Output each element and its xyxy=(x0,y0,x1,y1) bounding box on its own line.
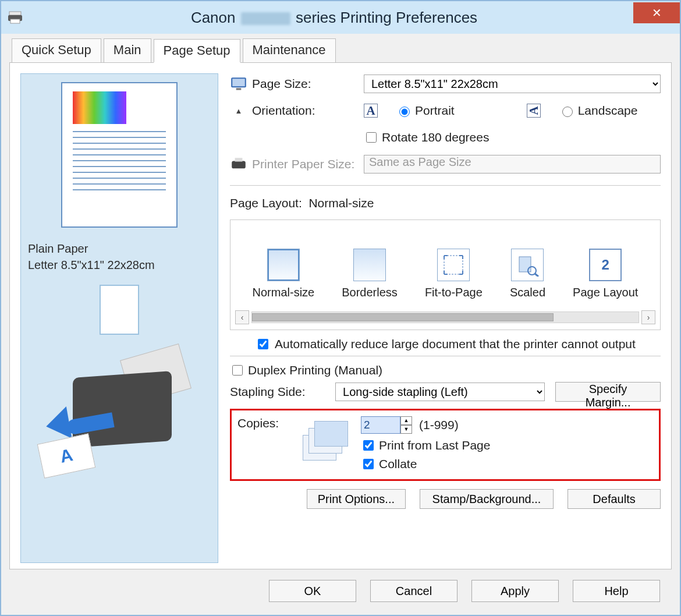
scroll-left-button[interactable]: ‹ xyxy=(235,310,249,324)
preview-label: Plain Paper Letter 8.5"x11" 22x28cm xyxy=(28,240,155,273)
orientation-icon: ▲ xyxy=(230,103,247,118)
preview-media: Plain Paper xyxy=(28,240,155,257)
printer-small-icon xyxy=(230,157,247,172)
page-size-label: Page Size: xyxy=(252,77,311,91)
window-title: Canon series Printing Preferences xyxy=(35,9,633,27)
copies-stack-icon xyxy=(296,417,349,471)
copies-down-button[interactable]: ▼ xyxy=(400,425,412,434)
copies-range: (1-999) xyxy=(419,418,459,432)
tab-maintenance[interactable]: Maintenance xyxy=(243,38,336,62)
portrait-radio-input[interactable] xyxy=(399,107,410,117)
row-printer-paper: Printer Paper Size: Same as Page Size xyxy=(230,154,661,175)
printer-paper-select: Same as Page Size xyxy=(364,155,661,174)
svg-rect-9 xyxy=(519,257,531,272)
layout-fit-to-page[interactable]: Fit-to-Page xyxy=(425,249,483,299)
layout-scrollbar[interactable]: ‹ › xyxy=(235,310,655,325)
layout-strip: Normal-size Borderless Fit-to-Page Scale… xyxy=(230,220,661,330)
preview-size: Letter 8.5"x11" 22x28cm xyxy=(28,257,155,273)
auto-reduce-input[interactable] xyxy=(258,339,268,349)
printer-icon xyxy=(7,10,23,24)
landscape-radio[interactable]: Landscape xyxy=(559,104,638,118)
layout-borderless[interactable]: Borderless xyxy=(342,249,398,299)
portrait-a-icon: A xyxy=(364,104,378,118)
svg-rect-6 xyxy=(232,161,246,169)
scroll-right-button[interactable]: › xyxy=(641,310,655,324)
collate-checkbox[interactable]: Collate xyxy=(361,457,490,471)
defaults-button[interactable]: Defaults xyxy=(568,489,661,509)
svg-rect-7 xyxy=(235,158,243,161)
stapling-label: Stapling Side: xyxy=(230,385,325,399)
rotate-checkbox-input[interactable] xyxy=(366,132,377,143)
settings-pane: Page Size: Letter 8.5"x11" 22x28cm ▲ Ori… xyxy=(230,73,661,563)
copies-input[interactable] xyxy=(361,416,400,434)
svg-rect-2 xyxy=(10,19,20,23)
row-page-layout-label: Page Layout: Normal-size xyxy=(230,193,661,214)
print-from-last-checkbox[interactable]: Print from Last Page xyxy=(361,438,490,452)
page-size-select[interactable]: Letter 8.5"x11" 22x28cm xyxy=(364,75,661,93)
row-stapling: Stapling Side: Long-side stapling (Left)… xyxy=(230,382,661,402)
layout-normal-size[interactable]: Normal-size xyxy=(253,249,315,299)
svg-line-11 xyxy=(535,274,538,277)
collate-input[interactable] xyxy=(363,459,374,469)
tab-page-setup[interactable]: Page Setup xyxy=(154,39,240,63)
tab-main[interactable]: Main xyxy=(104,38,151,62)
apply-button[interactable]: Apply xyxy=(471,580,559,602)
copies-spinner[interactable]: ▲ ▼ xyxy=(361,416,412,434)
printer-illustration: A xyxy=(38,351,201,473)
tab-body: Plain Paper Letter 8.5"x11" 22x28cm A Pa… xyxy=(9,62,672,569)
titlebar: Canon series Printing Preferences ✕ xyxy=(1,1,680,34)
layout-page-layout[interactable]: 2 Page Layout xyxy=(573,249,638,299)
title-prefix: Canon xyxy=(191,9,236,26)
row-orientation: ▲ Orientation: A Portrait A Landscape xyxy=(230,100,661,121)
specify-margin-button[interactable]: Specify Margin... xyxy=(555,382,661,402)
duplex-checkbox[interactable]: Duplex Printing (Manual) xyxy=(230,363,661,377)
dialog-buttons: OK Cancel Apply Help xyxy=(1,569,680,615)
cancel-button[interactable]: Cancel xyxy=(370,580,457,602)
landscape-radio-input[interactable] xyxy=(562,107,573,117)
stapling-select[interactable]: Long-side stapling (Left) xyxy=(335,383,545,401)
landscape-a-icon: A xyxy=(527,104,541,118)
layout-scaled[interactable]: Scaled xyxy=(510,249,545,299)
tab-quick-setup[interactable]: Quick Setup xyxy=(12,38,101,62)
scroll-track[interactable] xyxy=(251,311,639,323)
copies-section: Copies: ▲ ▼ xyxy=(230,409,661,481)
svg-rect-5 xyxy=(236,88,242,90)
duplex-input[interactable] xyxy=(232,365,243,376)
window: Canon series Printing Preferences ✕ Quic… xyxy=(0,0,681,616)
scroll-thumb[interactable] xyxy=(252,313,554,321)
action-row: Print Options... Stamp/Background... Def… xyxy=(230,489,661,509)
monitor-icon xyxy=(230,76,247,91)
copies-label: Copies: xyxy=(237,416,284,471)
close-button[interactable]: ✕ xyxy=(633,2,680,23)
page-layout-label: Page Layout: xyxy=(230,196,302,210)
title-blurred-model xyxy=(241,12,290,25)
preview-pane: Plain Paper Letter 8.5"x11" 22x28cm A xyxy=(20,73,218,563)
title-suffix: series Printing Preferences xyxy=(296,9,477,26)
printer-paper-label: Printer Paper Size: xyxy=(252,157,354,171)
print-options-button[interactable]: Print Options... xyxy=(307,489,406,509)
rotate-checkbox[interactable]: Rotate 180 degrees xyxy=(364,130,489,144)
portrait-radio[interactable]: Portrait xyxy=(396,104,455,118)
orientation-label: Orientation: xyxy=(252,104,315,118)
help-button[interactable]: Help xyxy=(573,580,660,602)
row-rotate: Rotate 180 degrees xyxy=(230,127,661,148)
auto-reduce-checkbox[interactable]: Automatically reduce large document that… xyxy=(256,337,661,351)
row-page-size: Page Size: Letter 8.5"x11" 22x28cm xyxy=(230,73,661,94)
preview-spectrum xyxy=(73,91,126,124)
preview-page xyxy=(61,82,178,228)
stamp-background-button[interactable]: Stamp/Background... xyxy=(420,489,554,509)
preview-thumb[interactable] xyxy=(100,285,139,335)
svg-rect-4 xyxy=(232,79,244,86)
copies-up-button[interactable]: ▲ xyxy=(400,416,412,425)
svg-rect-0 xyxy=(9,12,21,15)
ok-button[interactable]: OK xyxy=(269,580,356,602)
svg-rect-8 xyxy=(444,256,463,274)
tab-strip: Quick Setup Main Page Setup Maintenance xyxy=(1,34,680,62)
print-from-last-input[interactable] xyxy=(363,440,374,451)
page-layout-current: Normal-size xyxy=(308,196,374,210)
